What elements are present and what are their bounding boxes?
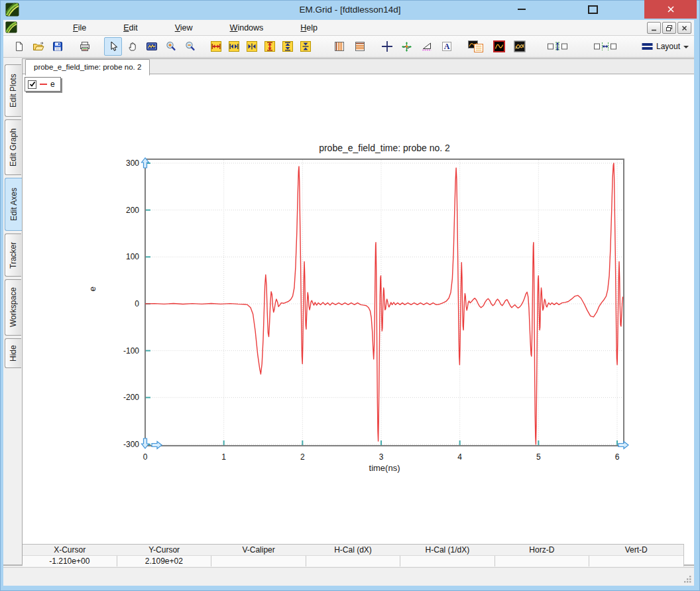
plot-with-legend-button[interactable] [466, 37, 486, 56]
val-x-cursor: -1.210e+00 [23, 556, 117, 566]
val-h-cal-dx [306, 556, 400, 566]
sidebar-tab-edit-plots[interactable]: Edit Plots [5, 64, 21, 117]
compress-y-button[interactable] [296, 37, 314, 56]
compress-x-button[interactable] [243, 37, 261, 56]
horizontal-markers-button[interactable] [351, 37, 369, 56]
zoom-window-icon [146, 41, 158, 52]
open-file-button[interactable] [29, 37, 47, 56]
sidebar-tab-tracker[interactable]: Tracker [5, 233, 21, 277]
zoom-window-button[interactable] [143, 37, 160, 56]
legend: e [25, 77, 61, 92]
col-h-cal-1dx: H-Cal (1/dX) [400, 545, 495, 555]
overlay-plots-button[interactable] [510, 37, 528, 56]
svg-text:-300: -300 [123, 440, 139, 449]
sidebar-tab-hide[interactable]: Hide [5, 338, 21, 368]
plot-svg[interactable]: 01234563002001000-100-200-300 [23, 74, 694, 544]
select-pointer-button[interactable] [104, 37, 122, 56]
scroll-y-button[interactable] [278, 37, 296, 56]
tile-vertical-button[interactable] [546, 37, 569, 56]
tile-horizontal-button[interactable] [592, 37, 618, 56]
arrows-y-blue-icon [282, 41, 293, 52]
document-logo-icon [5, 21, 17, 33]
cursor-table: X-Cursor Y-Cursor V-Caliper H-Cal (dX) H… [23, 544, 684, 566]
menu-file[interactable]: File [73, 23, 86, 33]
zoom-in-button[interactable] [162, 37, 180, 56]
document-tab[interactable]: probe_e_field_time: probe no. 2 [25, 59, 150, 76]
double-wave-icon [514, 40, 526, 52]
expand-y-button[interactable] [261, 37, 278, 56]
legend-swatch [40, 84, 47, 85]
print-icon [79, 41, 91, 52]
print-button[interactable] [76, 37, 93, 56]
maximize-button[interactable] [574, 0, 611, 19]
expand-x-red-arrows-icon [211, 41, 221, 52]
pan-button[interactable] [123, 37, 141, 56]
svg-text:3: 3 [379, 452, 384, 462]
menu-windows[interactable]: Windows [230, 23, 264, 33]
col-horz-d: Horz-D [495, 545, 589, 555]
svg-text:6: 6 [615, 452, 620, 462]
layout-icon [642, 42, 653, 50]
svg-text:300: 300 [126, 159, 139, 168]
pan-hand-icon [127, 41, 138, 52]
layout-label: Layout [656, 42, 680, 51]
col-y-cursor: Y-Cursor [117, 545, 211, 555]
svg-text:2: 2 [300, 452, 305, 462]
mdi-close-icon [681, 25, 688, 32]
compress-x-icon [247, 41, 257, 52]
close-icon [667, 5, 675, 13]
sidebar-tab-edit-graph[interactable]: Edit Graph [5, 119, 21, 175]
mdi-minimize-icon [650, 25, 658, 32]
val-y-cursor: 2.109e+02 [117, 556, 211, 566]
val-horz-d [495, 556, 589, 566]
plot-red-border-icon [493, 40, 505, 52]
text-annotation-button[interactable]: A [438, 37, 455, 56]
mdi-minimize-button[interactable] [647, 22, 661, 34]
col-h-cal-dx: H-Cal (dX) [306, 545, 400, 555]
zoom-out-button[interactable] [181, 37, 199, 56]
save-button[interactable] [48, 37, 66, 56]
new-document-icon [14, 41, 25, 52]
horizontal-lines-icon [355, 41, 365, 52]
mdi-window-buttons [647, 22, 691, 34]
tile-horizontal-icon [593, 40, 617, 52]
tracker-button[interactable] [398, 37, 416, 56]
slope-button[interactable] [418, 37, 436, 56]
status-bar [3, 567, 694, 586]
cursor-table-header: X-Cursor Y-Cursor V-Caliper H-Cal (dX) H… [23, 545, 683, 556]
legend-checkbox[interactable] [28, 80, 36, 89]
scroll-x-button[interactable] [225, 37, 243, 56]
minimize-button[interactable] [504, 0, 540, 19]
new-file-button[interactable] [10, 37, 28, 56]
vertical-markers-button[interactable] [330, 37, 348, 56]
val-v-caliper [211, 556, 306, 566]
menu-bar: File Edit View Windows Help [3, 20, 694, 36]
sidebar-tab-workspace[interactable]: Workspace [5, 279, 21, 336]
mdi-restore-button[interactable] [662, 22, 676, 34]
svg-text:-100: -100 [123, 346, 139, 356]
svg-text:4: 4 [457, 452, 462, 462]
col-v-caliper: V-Caliper [211, 545, 306, 555]
sidebar-tab-edit-axes[interactable]: Edit Axes [5, 178, 22, 231]
menu-view[interactable]: View [175, 23, 193, 33]
vertical-lines-icon [334, 41, 345, 52]
menu-edit[interactable]: Edit [123, 23, 138, 33]
close-button[interactable] [644, 0, 697, 19]
save-floppy-icon [52, 41, 63, 52]
svg-text:100: 100 [126, 252, 139, 261]
resize-grip-icon[interactable] [683, 574, 692, 584]
pointer-arrow-icon [108, 41, 119, 52]
crosshair-button[interactable] [378, 37, 396, 56]
val-h-cal-1dx [400, 556, 495, 566]
col-vert-d: Vert-D [589, 545, 683, 555]
mdi-close-button[interactable] [677, 22, 691, 34]
zoom-in-icon [166, 41, 176, 52]
menu-help[interactable]: Help [300, 23, 318, 33]
svg-text:A: A [443, 42, 449, 51]
expand-x-button[interactable] [207, 37, 225, 56]
svg-text:1: 1 [221, 452, 226, 462]
maximize-icon [588, 5, 598, 14]
client-area: Edit Plots Edit Graph Edit Axes Tracker … [3, 58, 694, 566]
single-plot-button[interactable] [490, 37, 508, 56]
layout-button[interactable]: Layout [637, 40, 693, 53]
